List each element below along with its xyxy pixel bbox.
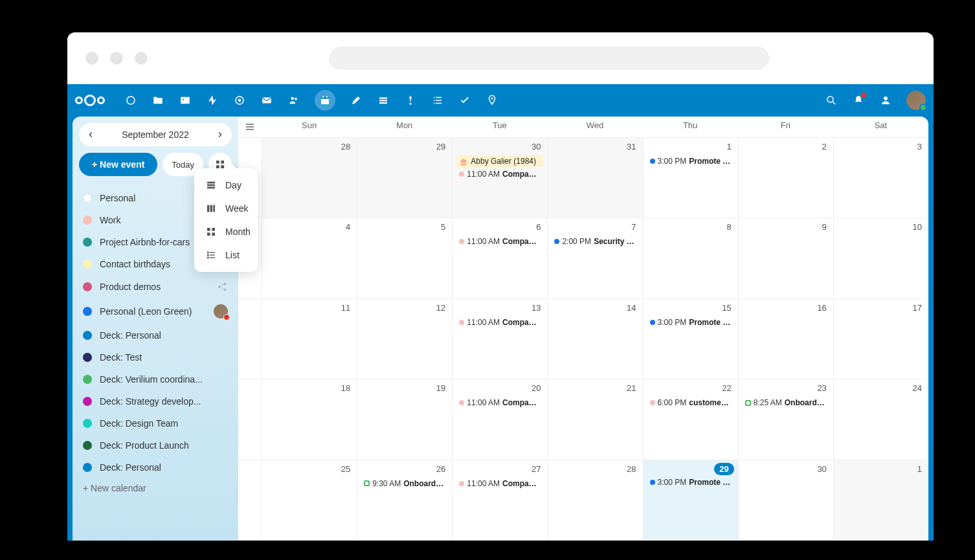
day-cell[interactable]: 12 <box>357 299 452 379</box>
user-contacts-icon[interactable] <box>879 94 892 107</box>
calendar-event[interactable]: 11:00 AMCompany ... <box>456 478 543 489</box>
photos-icon[interactable] <box>179 94 192 107</box>
url-bar[interactable] <box>329 47 769 70</box>
notes-icon[interactable] <box>350 94 363 107</box>
day-cell[interactable]: 14 <box>547 299 642 379</box>
search-icon[interactable] <box>825 94 838 107</box>
day-cell[interactable]: 31 <box>547 138 642 218</box>
talk-icon[interactable] <box>233 94 246 107</box>
deck-icon[interactable] <box>377 94 390 107</box>
files-icon[interactable] <box>151 94 164 107</box>
view-menu-item-list[interactable]: List <box>194 243 258 267</box>
day-cell[interactable]: 30🎂Abby Galier (1984)11:00 AMCompany ... <box>452 138 547 218</box>
nextcloud-logo[interactable] <box>75 95 105 106</box>
maximize-window-icon[interactable] <box>135 52 148 65</box>
calendar-event[interactable]: 3:00 PMPromote th... <box>647 476 734 488</box>
day-cell[interactable]: 21 <box>547 379 642 459</box>
day-cell[interactable]: 25 <box>262 460 357 540</box>
tasks-icon[interactable] <box>458 94 471 107</box>
svg-point-24 <box>218 286 221 288</box>
calendar-item[interactable]: Deck: Strategy develop... <box>79 391 232 412</box>
notifications-icon[interactable] <box>852 94 865 107</box>
day-cell[interactable]: 1311:00 AMCompany ... <box>452 299 547 379</box>
contacts-icon[interactable] <box>287 94 300 107</box>
calendar-item[interactable]: Deck: Product Launch <box>79 435 232 456</box>
new-event-button[interactable]: + New event <box>79 153 157 176</box>
calendar-icon[interactable] <box>315 90 335 111</box>
calendar-name: Deck: Personal <box>100 330 228 341</box>
calendar-item[interactable]: Deck: Design Team <box>79 413 232 434</box>
calendar-event[interactable]: 2:00 PMSecurity m... <box>552 236 638 247</box>
day-cell[interactable]: 153:00 PMPromote th... <box>643 299 738 379</box>
day-cell[interactable]: 9 <box>738 218 833 298</box>
day-cell[interactable]: 238:25 AMOnboard o... <box>738 379 833 459</box>
calendar-event[interactable]: 9:30 AMOnboard n... <box>361 478 448 489</box>
calendar-event[interactable]: 11:00 AMCompany ... <box>456 317 543 328</box>
close-window-icon[interactable] <box>85 52 98 65</box>
day-cell[interactable]: 3 <box>833 138 928 218</box>
calendar-event[interactable]: 11:00 AMCompany ... <box>456 168 543 180</box>
day-header: Sat <box>833 117 928 137</box>
day-cell[interactable]: 19 <box>357 379 452 459</box>
calendar-event[interactable]: 3:00 PMPromote th... <box>647 317 734 328</box>
day-cell[interactable]: 30 <box>738 460 833 540</box>
svg-point-17 <box>827 96 833 102</box>
calendar-item[interactable]: Deck: Personal <box>79 325 232 346</box>
day-cell[interactable]: 5 <box>357 218 452 298</box>
calendar-item[interactable]: Deck: Verilium coordina... <box>79 369 232 390</box>
view-menu-item-day[interactable]: Day <box>194 174 258 197</box>
day-cell[interactable]: 17 <box>833 299 928 379</box>
dashboard-icon[interactable] <box>124 94 137 107</box>
day-cell[interactable]: 16 <box>738 299 833 379</box>
calendar-event[interactable]: 3:00 PMPromote th... <box>647 155 734 167</box>
day-cell[interactable]: 18 <box>262 379 357 459</box>
event-title: Company ... <box>502 479 541 488</box>
calendar-event[interactable]: 🎂Abby Galier (1984) <box>456 155 543 167</box>
hamburger-icon[interactable] <box>238 117 262 137</box>
day-cell[interactable]: 1 <box>833 460 928 540</box>
day-cell[interactable]: 269:30 AMOnboard n... <box>357 460 452 540</box>
mail-icon[interactable] <box>260 94 273 107</box>
calendar-event[interactable]: 11:00 AMCompany ... <box>456 397 543 409</box>
day-cell[interactable]: 8 <box>643 218 738 298</box>
calendar-item[interactable]: Personal (Leon Green) <box>79 299 232 324</box>
list-icon[interactable] <box>431 94 444 107</box>
svg-point-26 <box>224 289 227 291</box>
day-cell[interactable]: 13:00 PMPromote th... <box>643 138 738 218</box>
calendar-item[interactable]: Deck: Test <box>79 347 232 368</box>
calendar-event[interactable]: 11:00 AMCompany ... <box>456 236 543 247</box>
activity-icon[interactable] <box>206 94 219 107</box>
day-cell[interactable]: 29 <box>357 138 452 218</box>
upgrade-icon[interactable] <box>404 94 417 107</box>
day-cell[interactable]: 4 <box>262 218 357 298</box>
day-cell[interactable]: 10 <box>833 218 928 298</box>
calendar-item[interactable]: Deck: Personal <box>79 457 232 478</box>
day-cell[interactable]: 226:00 PMcustomer d... <box>643 379 738 459</box>
day-cell[interactable]: 11 <box>262 299 357 379</box>
new-calendar-button[interactable]: + New calendar <box>79 478 232 498</box>
minimize-window-icon[interactable] <box>110 52 123 65</box>
month-label[interactable]: September 2022 <box>122 129 189 140</box>
maps-icon[interactable] <box>486 94 499 107</box>
view-menu-item-week[interactable]: Week <box>194 197 258 220</box>
user-menu[interactable] <box>906 91 926 110</box>
prev-month-button[interactable] <box>82 126 100 144</box>
next-month-button[interactable] <box>211 126 229 144</box>
view-menu-item-month[interactable]: Month <box>194 220 258 243</box>
calendar-event[interactable]: 6:00 PMcustomer d... <box>647 397 734 409</box>
day-cell[interactable]: 28 <box>547 460 642 540</box>
event-title: Onboard o... <box>785 398 827 407</box>
event-time: 11:00 AM <box>467 237 500 246</box>
day-cell[interactable]: 611:00 AMCompany ... <box>452 218 547 298</box>
calendar-event[interactable]: 8:25 AMOnboard o... <box>743 397 829 409</box>
day-cell[interactable]: 293:00 PMPromote th... <box>643 460 738 540</box>
day-header: Tue <box>452 117 547 137</box>
day-cell[interactable]: 24 <box>833 379 928 459</box>
day-cell[interactable]: 2 <box>738 138 833 218</box>
day-cell[interactable]: 72:00 PMSecurity m... <box>547 218 642 298</box>
share-icon[interactable] <box>216 281 228 293</box>
calendar-item[interactable]: Product demos <box>79 276 232 298</box>
day-cell[interactable]: 2711:00 AMCompany ... <box>452 460 547 540</box>
day-cell[interactable]: 2011:00 AMCompany ... <box>452 379 547 459</box>
day-cell[interactable]: 28 <box>262 138 357 218</box>
